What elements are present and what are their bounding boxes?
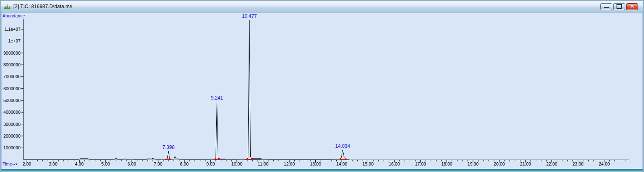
- tic-window: [2] TIC: 816987.D\data.ms ✕ 2.003.004.00…: [0, 0, 644, 172]
- x-tick-label: 23.00: [572, 161, 583, 166]
- y-axis-title: Abundance: [2, 13, 25, 18]
- restore-button[interactable]: [613, 3, 625, 10]
- baseline-segment: [253, 159, 262, 159]
- y-tick-label: 2000000: [3, 134, 21, 138]
- minimize-button[interactable]: [600, 3, 612, 10]
- close-icon: ✕: [630, 4, 634, 9]
- x-tick-label: 24.00: [599, 161, 610, 166]
- x-tick-label: 4.00: [75, 161, 84, 166]
- y-tick-label: 1000000: [3, 145, 21, 150]
- x-tick-label: 21.00: [520, 161, 531, 166]
- x-tick-label: 12.00: [284, 161, 295, 166]
- chart-area: 2.003.004.005.006.007.008.009.0010.0011.…: [2, 13, 642, 169]
- y-tick-label: 1e+07: [8, 38, 21, 43]
- y-tick-label: 7000000: [3, 74, 21, 79]
- x-tick-label: 6.00: [127, 161, 136, 166]
- x-tick-label: 15.00: [363, 161, 374, 166]
- window-bottom-border: [1, 169, 643, 171]
- peak-label: 10.477: [242, 13, 257, 19]
- y-tick-label: 3000000: [3, 122, 21, 127]
- peak-label: 7.398: [163, 144, 175, 150]
- x-tick-label: 10.00: [231, 161, 242, 166]
- x-tick-label: 20.00: [494, 161, 505, 166]
- x-tick-label: 13.00: [310, 161, 321, 166]
- x-tick-label: 3.00: [49, 161, 57, 166]
- y-tick-label: 1.1e+07: [4, 27, 21, 32]
- chromatogram-icon: [4, 3, 11, 10]
- peak-label: 14.034: [335, 143, 350, 149]
- x-tick-label: 17.00: [415, 161, 426, 166]
- x-tick-label: 9.00: [206, 161, 215, 166]
- tic-chromatogram: 2.003.004.005.006.007.008.009.0010.0011.…: [2, 13, 642, 169]
- peak-label: 9.241: [211, 95, 223, 101]
- y-tick-label: 8000000: [3, 62, 21, 67]
- x-tick-label: 16.00: [389, 161, 400, 166]
- close-button[interactable]: ✕: [626, 3, 638, 10]
- y-tick-label: 9000000: [3, 51, 21, 55]
- x-tick-label: 18.00: [441, 161, 452, 166]
- x-tick-label: 2.00: [23, 161, 31, 166]
- x-tick-label: 19.00: [467, 161, 478, 166]
- x-axis-title: Time-->: [2, 161, 18, 166]
- x-tick-label: 7.00: [154, 161, 162, 166]
- x-tick-label: 5.00: [101, 161, 110, 166]
- y-tick-label: 6000000: [3, 86, 21, 91]
- y-tick-label: 5000000: [3, 98, 21, 103]
- tic-trace: [24, 20, 349, 159]
- window-controls: ✕: [600, 3, 638, 10]
- x-tick-label: 14.00: [336, 161, 347, 166]
- minimize-icon: [604, 7, 609, 8]
- title-bar[interactable]: [2] TIC: 816987.D\data.ms ✕: [1, 1, 643, 13]
- restore-icon: [617, 4, 622, 9]
- y-tick-label: 4000000: [3, 110, 21, 115]
- x-tick-label: 22.00: [546, 161, 557, 166]
- x-tick-label: 11.00: [258, 161, 268, 166]
- window-title: [2] TIC: 816987.D\data.ms: [13, 4, 72, 9]
- x-tick-label: 8.00: [180, 161, 188, 166]
